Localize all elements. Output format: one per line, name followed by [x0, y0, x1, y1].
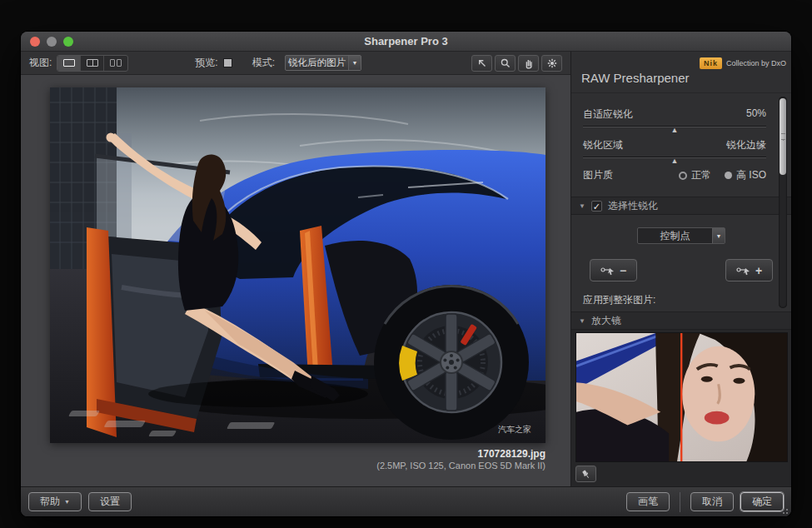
control-point-buttons: − +	[571, 259, 791, 281]
zoom-window-button[interactable]	[63, 37, 73, 47]
window-title: Sharpener Pro 3	[364, 35, 447, 47]
mode-label: 模式:	[252, 56, 275, 70]
pin-icon	[580, 469, 591, 480]
brand-text: Collection by DxO	[726, 59, 786, 67]
app-window: Sharpener Pro 3 视图: 预览:	[21, 32, 791, 516]
view-mode-group	[57, 55, 128, 72]
minimize-window-button[interactable]	[47, 37, 57, 47]
plus-sign: +	[755, 265, 762, 276]
chevron-down-icon: ▼	[348, 56, 361, 70]
view-label: 视图:	[29, 56, 52, 70]
image-caption: 170728129.jpg (2.5MP, ISO 125, Canon EOS…	[376, 448, 545, 472]
adaptive-sharpening-label: 自适应锐化	[583, 107, 633, 122]
selective-sharpening-header[interactable]: ▼ ✓ 选择性锐化	[571, 197, 791, 215]
tool-buttons	[471, 55, 562, 72]
adaptive-sharpening-value: 50%	[746, 107, 766, 122]
control-point-cursor-icon	[736, 266, 751, 276]
select-tool-button[interactable]	[471, 55, 492, 72]
brush-button-label: 画笔	[638, 495, 658, 509]
quality-normal-label: 正常	[691, 168, 711, 182]
image-quality-row: 图片质 正常 高 ISO	[583, 168, 766, 182]
settings-button-label: 设置	[100, 495, 120, 509]
brand-row: Nik Collection by DxO	[571, 52, 791, 69]
loupe-header[interactable]: ▼ 放大镜	[571, 311, 791, 330]
window-controls	[30, 37, 73, 47]
loupe-section: ▼ 放大镜	[571, 311, 791, 486]
photo-preview[interactable]: 汽车之家	[50, 87, 545, 443]
resize-grip[interactable]	[779, 505, 789, 515]
view-sidebyside-button[interactable]	[104, 56, 127, 71]
arrow-cursor-icon	[476, 57, 488, 69]
panel-scrollbar[interactable]	[779, 97, 787, 308]
loupe-body	[571, 330, 791, 486]
sharpen-areas-row: 锐化区域 锐化边缘	[583, 138, 766, 152]
control-point-tool-button[interactable]	[541, 55, 562, 72]
settings-panel: Nik Collection by DxO RAW Presharpener 自…	[570, 52, 791, 486]
slider-thumb-icon[interactable]: ▲	[671, 126, 679, 134]
hand-tool-button[interactable]	[518, 55, 539, 72]
settings-button[interactable]: 设置	[88, 492, 132, 511]
adjustments-area: 自适应锐化 50% ▲ 锐化区域 锐化边缘 ▲ 图片质	[571, 92, 791, 311]
loupe-pin-button[interactable]	[575, 466, 596, 482]
cancel-button-label: 取消	[702, 495, 722, 509]
mode-dropdown-value: 锐化后的图片	[286, 57, 348, 69]
chevron-down-icon: ▼	[712, 228, 725, 243]
panel-title: RAW Presharpener	[571, 69, 791, 92]
quality-normal-radio[interactable]: 正常	[679, 168, 711, 182]
sharpen-edges-label: 锐化边缘	[726, 138, 766, 152]
selective-sharpening-checkbox[interactable]: ✓	[591, 201, 602, 212]
view-split-button[interactable]	[81, 56, 104, 71]
cancel-button[interactable]: 取消	[690, 492, 734, 511]
quality-high-iso-label: 高 ISO	[736, 168, 766, 182]
image-filename: 170728129.jpg	[376, 448, 545, 461]
side-by-side-view-icon	[110, 59, 122, 67]
control-points-dropdown[interactable]: 控制点 ▼	[637, 227, 725, 244]
image-quality-label: 图片质	[583, 168, 613, 182]
panel-scrollbar-thumb[interactable]	[780, 98, 786, 175]
ok-button-label: 确定	[752, 495, 772, 509]
button-divider	[680, 492, 680, 512]
adaptive-sharpening-slider[interactable]: ▲	[583, 126, 766, 127]
car-wheel	[374, 285, 529, 440]
sharpen-areas-label: 锐化区域	[583, 138, 623, 152]
disclosure-triangle-icon[interactable]: ▼	[579, 202, 585, 210]
help-button-label: 帮助	[40, 495, 60, 509]
control-point-icon	[546, 57, 558, 69]
radio-icon	[725, 172, 732, 179]
toolbar: 视图: 预览: 模式: 锐化后	[21, 52, 570, 75]
ok-button[interactable]: 确定	[740, 492, 784, 511]
nik-logo: Nik	[700, 57, 722, 69]
single-view-icon	[63, 59, 75, 67]
title-bar: Sharpener Pro 3	[21, 32, 791, 52]
control-points-dropdown-value: 控制点	[638, 228, 712, 243]
adaptive-sharpening-row: 自适应锐化 50%	[583, 107, 766, 122]
apply-to-entire-image-label: 应用到整张图片:	[583, 293, 780, 307]
chevron-down-icon: ▼	[64, 499, 70, 505]
radio-icon	[679, 172, 687, 180]
zoom-tool-button[interactable]	[495, 55, 516, 72]
control-point-cursor-icon	[600, 266, 615, 276]
bottom-bar: 帮助 ▼ 设置 画笔 取消 确定	[21, 486, 791, 516]
image-metadata: (2.5MP, ISO 125, Canon EOS 5D Mark II)	[376, 461, 545, 472]
brush-button[interactable]: 画笔	[626, 492, 670, 511]
preview-label: 预览:	[195, 56, 217, 70]
loupe-preview[interactable]	[575, 332, 788, 462]
view-single-button[interactable]	[57, 56, 81, 71]
close-window-button[interactable]	[30, 37, 40, 47]
loupe-label: 放大镜	[591, 314, 621, 328]
preview-checkbox[interactable]	[223, 58, 232, 67]
remove-control-point-button[interactable]: −	[590, 259, 637, 281]
selective-sharpening-label: 选择性锐化	[608, 199, 658, 213]
split-view-icon	[87, 59, 98, 67]
disclosure-triangle-icon[interactable]: ▼	[579, 317, 585, 325]
mode-dropdown[interactable]: 锐化后的图片 ▼	[285, 55, 361, 71]
sharpen-areas-slider[interactable]: ▲	[583, 157, 766, 158]
hand-icon	[523, 57, 535, 69]
slider-thumb-icon[interactable]: ▲	[671, 157, 679, 165]
image-canvas: 汽车之家 170728129.jpg (2.5MP, ISO 125, Cano…	[21, 75, 570, 486]
add-control-point-button[interactable]: +	[725, 259, 773, 281]
magnifier-icon	[500, 57, 511, 69]
photo-watermark: 汽车之家	[498, 425, 531, 434]
quality-high-iso-radio[interactable]: 高 ISO	[725, 168, 766, 182]
help-button[interactable]: 帮助 ▼	[28, 492, 82, 511]
